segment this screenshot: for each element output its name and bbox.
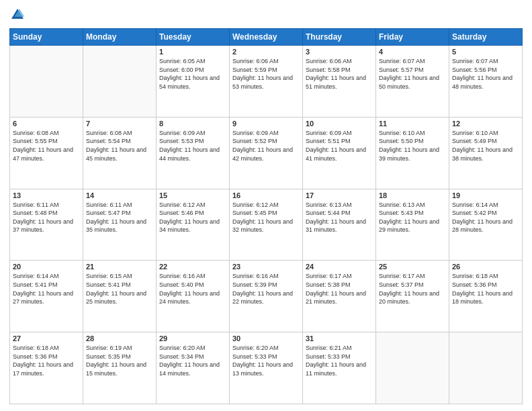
day-number: 1 xyxy=(159,48,226,56)
calendar-cell: 12Sunrise: 6:10 AMSunset: 5:49 PMDayligh… xyxy=(449,117,523,189)
weekday-header: Wednesday xyxy=(230,29,303,46)
day-info: Sunrise: 6:14 AMSunset: 5:42 PMDaylight:… xyxy=(452,201,519,234)
calendar-cell: 18Sunrise: 6:13 AMSunset: 5:43 PMDayligh… xyxy=(376,189,449,261)
day-number: 13 xyxy=(13,191,80,199)
day-info: Sunrise: 6:05 AMSunset: 6:00 PMDaylight:… xyxy=(159,57,226,91)
day-number: 7 xyxy=(86,120,153,128)
calendar-cell: 7Sunrise: 6:08 AMSunset: 5:54 PMDaylight… xyxy=(83,117,157,189)
day-number: 30 xyxy=(232,334,300,342)
day-info: Sunrise: 6:09 AMSunset: 5:53 PMDaylight:… xyxy=(159,129,226,163)
day-number: 2 xyxy=(232,48,300,56)
day-number: 15 xyxy=(159,191,226,199)
calendar-cell: 28Sunrise: 6:19 AMSunset: 5:35 PMDayligh… xyxy=(83,332,157,404)
day-info: Sunrise: 6:20 AMSunset: 5:33 PMDaylight:… xyxy=(232,344,300,377)
day-info: Sunrise: 6:14 AMSunset: 5:41 PMDaylight:… xyxy=(13,272,80,306)
calendar-cell: 9Sunrise: 6:09 AMSunset: 5:52 PMDaylight… xyxy=(230,117,303,189)
day-info: Sunrise: 6:09 AMSunset: 5:52 PMDaylight:… xyxy=(232,129,300,163)
day-info: Sunrise: 6:17 AMSunset: 5:38 PMDaylight:… xyxy=(306,272,373,306)
calendar-cell: 11Sunrise: 6:10 AMSunset: 5:50 PMDayligh… xyxy=(376,117,449,189)
calendar-cell: 24Sunrise: 6:17 AMSunset: 5:38 PMDayligh… xyxy=(303,261,376,332)
day-number: 19 xyxy=(452,191,519,199)
calendar-cell xyxy=(376,332,449,404)
calendar-cell: 4Sunrise: 6:07 AMSunset: 5:57 PMDaylight… xyxy=(376,46,449,118)
calendar-cell: 13Sunrise: 6:11 AMSunset: 5:48 PMDayligh… xyxy=(10,189,83,261)
day-number: 10 xyxy=(306,120,373,128)
logo xyxy=(9,7,28,23)
day-number: 29 xyxy=(159,334,226,342)
calendar-cell: 14Sunrise: 6:11 AMSunset: 5:47 PMDayligh… xyxy=(83,189,157,261)
calendar-cell: 25Sunrise: 6:17 AMSunset: 5:37 PMDayligh… xyxy=(376,261,449,332)
calendar-cell: 10Sunrise: 6:09 AMSunset: 5:51 PMDayligh… xyxy=(303,117,376,189)
header xyxy=(9,7,523,23)
page: SundayMondayTuesdayWednesdayThursdayFrid… xyxy=(0,0,532,411)
day-info: Sunrise: 6:20 AMSunset: 5:34 PMDaylight:… xyxy=(159,344,226,377)
week-row: 27Sunrise: 6:18 AMSunset: 5:36 PMDayligh… xyxy=(10,332,523,404)
day-info: Sunrise: 6:08 AMSunset: 5:55 PMDaylight:… xyxy=(13,129,80,163)
day-info: Sunrise: 6:07 AMSunset: 5:56 PMDaylight:… xyxy=(452,57,519,91)
day-info: Sunrise: 6:10 AMSunset: 5:50 PMDaylight:… xyxy=(379,129,446,163)
calendar-cell: 1Sunrise: 6:05 AMSunset: 6:00 PMDaylight… xyxy=(157,46,230,118)
day-number: 9 xyxy=(232,120,300,128)
day-info: Sunrise: 6:11 AMSunset: 5:48 PMDaylight:… xyxy=(13,201,80,234)
calendar-table: SundayMondayTuesdayWednesdayThursdayFrid… xyxy=(9,28,523,404)
day-info: Sunrise: 6:10 AMSunset: 5:49 PMDaylight:… xyxy=(452,129,519,163)
day-number: 16 xyxy=(232,191,300,199)
day-number: 3 xyxy=(306,48,373,56)
calendar-cell: 27Sunrise: 6:18 AMSunset: 5:36 PMDayligh… xyxy=(10,332,83,404)
weekday-header: Saturday xyxy=(449,29,523,46)
day-info: Sunrise: 6:11 AMSunset: 5:47 PMDaylight:… xyxy=(86,201,153,234)
calendar-cell: 31Sunrise: 6:21 AMSunset: 5:33 PMDayligh… xyxy=(303,332,376,404)
day-number: 24 xyxy=(306,263,373,271)
calendar-cell xyxy=(449,332,523,404)
calendar-cell: 19Sunrise: 6:14 AMSunset: 5:42 PMDayligh… xyxy=(449,189,523,261)
weekday-header: Thursday xyxy=(303,29,376,46)
day-number: 31 xyxy=(306,334,373,342)
day-number: 27 xyxy=(13,334,80,342)
day-info: Sunrise: 6:19 AMSunset: 5:35 PMDaylight:… xyxy=(86,344,153,377)
week-row: 20Sunrise: 6:14 AMSunset: 5:41 PMDayligh… xyxy=(10,261,523,332)
weekday-header: Tuesday xyxy=(157,29,230,46)
day-number: 28 xyxy=(86,334,153,342)
weekday-header: Sunday xyxy=(10,29,83,46)
day-info: Sunrise: 6:12 AMSunset: 5:46 PMDaylight:… xyxy=(159,201,226,234)
calendar-cell: 6Sunrise: 6:08 AMSunset: 5:55 PMDaylight… xyxy=(10,117,83,189)
day-info: Sunrise: 6:17 AMSunset: 5:37 PMDaylight:… xyxy=(379,272,446,306)
calendar-cell: 16Sunrise: 6:12 AMSunset: 5:45 PMDayligh… xyxy=(230,189,303,261)
day-info: Sunrise: 6:16 AMSunset: 5:39 PMDaylight:… xyxy=(232,272,300,306)
day-number: 18 xyxy=(379,191,446,199)
calendar-cell: 20Sunrise: 6:14 AMSunset: 5:41 PMDayligh… xyxy=(10,261,83,332)
calendar-cell xyxy=(83,46,157,118)
day-info: Sunrise: 6:06 AMSunset: 5:58 PMDaylight:… xyxy=(306,57,373,91)
weekday-header-row: SundayMondayTuesdayWednesdayThursdayFrid… xyxy=(10,29,523,46)
day-info: Sunrise: 6:07 AMSunset: 5:57 PMDaylight:… xyxy=(379,57,446,91)
calendar-cell: 30Sunrise: 6:20 AMSunset: 5:33 PMDayligh… xyxy=(230,332,303,404)
day-number: 4 xyxy=(379,48,446,56)
day-number: 11 xyxy=(379,120,446,128)
day-number: 17 xyxy=(306,191,373,199)
day-number: 12 xyxy=(452,120,519,128)
calendar-cell: 26Sunrise: 6:18 AMSunset: 5:36 PMDayligh… xyxy=(449,261,523,332)
week-row: 13Sunrise: 6:11 AMSunset: 5:48 PMDayligh… xyxy=(10,189,523,261)
day-info: Sunrise: 6:15 AMSunset: 5:41 PMDaylight:… xyxy=(86,272,153,306)
day-number: 14 xyxy=(86,191,153,199)
week-row: 6Sunrise: 6:08 AMSunset: 5:55 PMDaylight… xyxy=(10,117,523,189)
calendar-cell: 29Sunrise: 6:20 AMSunset: 5:34 PMDayligh… xyxy=(157,332,230,404)
day-info: Sunrise: 6:13 AMSunset: 5:43 PMDaylight:… xyxy=(379,201,446,234)
day-info: Sunrise: 6:09 AMSunset: 5:51 PMDaylight:… xyxy=(306,129,373,163)
logo-icon xyxy=(9,7,26,23)
weekday-header: Friday xyxy=(376,29,449,46)
calendar-cell: 8Sunrise: 6:09 AMSunset: 5:53 PMDaylight… xyxy=(157,117,230,189)
day-number: 23 xyxy=(232,263,300,271)
calendar-cell: 21Sunrise: 6:15 AMSunset: 5:41 PMDayligh… xyxy=(83,261,157,332)
day-info: Sunrise: 6:06 AMSunset: 5:59 PMDaylight:… xyxy=(232,57,300,91)
weekday-header: Monday xyxy=(83,29,157,46)
calendar-cell: 22Sunrise: 6:16 AMSunset: 5:40 PMDayligh… xyxy=(157,261,230,332)
day-info: Sunrise: 6:18 AMSunset: 5:36 PMDaylight:… xyxy=(13,344,80,377)
day-info: Sunrise: 6:08 AMSunset: 5:54 PMDaylight:… xyxy=(86,129,153,163)
calendar-cell: 23Sunrise: 6:16 AMSunset: 5:39 PMDayligh… xyxy=(230,261,303,332)
day-info: Sunrise: 6:21 AMSunset: 5:33 PMDaylight:… xyxy=(306,344,373,377)
day-info: Sunrise: 6:12 AMSunset: 5:45 PMDaylight:… xyxy=(232,201,300,234)
day-number: 6 xyxy=(13,120,80,128)
day-info: Sunrise: 6:16 AMSunset: 5:40 PMDaylight:… xyxy=(159,272,226,306)
calendar-cell: 2Sunrise: 6:06 AMSunset: 5:59 PMDaylight… xyxy=(230,46,303,118)
